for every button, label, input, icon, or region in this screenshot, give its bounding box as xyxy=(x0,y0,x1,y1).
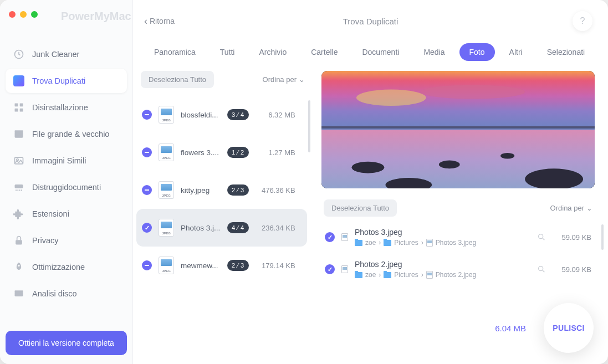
group-row[interactable]: flowers 3.... 1 ⁄ 2 1.27 MB xyxy=(136,134,307,171)
get-full-version-button[interactable]: Ottieni la versione completa xyxy=(6,331,127,355)
duplicate-row[interactable]: ✓ Photos 2.jpeg zoe › Pictures › xyxy=(321,255,595,288)
sidebar-item-disk[interactable]: Analisi disco xyxy=(6,281,127,306)
tab-archive[interactable]: Archivio xyxy=(249,43,297,61)
scrollbar-thumb[interactable] xyxy=(308,100,310,152)
group-row[interactable]: Photos 3.j... 4 ⁄ 4 236.34 KB xyxy=(136,209,307,247)
breadcrumb: zoe › Pictures › Photos 2.jpeg xyxy=(355,271,530,279)
count-badge: 1 ⁄ 2 xyxy=(227,147,249,158)
group-row[interactable]: mewmew... 2 ⁄ 3 179.14 KB xyxy=(136,247,307,284)
deselect-all-button[interactable]: Deseleziona Tutto xyxy=(141,71,214,88)
sidebar-item-label: Estensioni xyxy=(32,209,69,218)
sidebar-item-shredder[interactable]: Distruggidocumenti xyxy=(6,175,127,199)
svg-rect-9 xyxy=(15,184,23,188)
tab-other[interactable]: Altri xyxy=(499,43,533,61)
sort-label: Ordina per xyxy=(550,204,584,212)
sidebar-item-label: Trova Duplicati xyxy=(32,76,85,85)
sidebar-item-label: Analisi disco xyxy=(32,289,77,298)
svg-rect-5 xyxy=(15,132,23,138)
svg-point-25 xyxy=(539,266,543,271)
tab-all[interactable]: Tutti xyxy=(210,43,245,61)
group-row[interactable]: blossfeldi... 3 ⁄ 4 6.32 MB xyxy=(136,96,307,134)
sidebar-item-duplicates[interactable]: Trova Duplicati xyxy=(6,69,127,93)
duplicate-icon xyxy=(13,75,24,86)
select-toggle[interactable]: ✓ xyxy=(325,264,335,274)
select-toggle[interactable]: ✓ xyxy=(325,232,335,242)
sidebar-item-label: Disinstallazione xyxy=(32,103,88,112)
tab-documents[interactable]: Documenti xyxy=(352,43,409,61)
help-button[interactable]: ? xyxy=(573,11,592,31)
svg-point-19 xyxy=(352,162,385,173)
sidebar-item-uninstall[interactable]: Disinstallazione xyxy=(6,95,127,120)
footer: 6.04 MB PULISCI xyxy=(495,303,594,353)
sidebar-item-junk-cleaner[interactable]: Junk Cleaner xyxy=(6,42,127,66)
tab-media[interactable]: Media xyxy=(413,43,454,61)
folder-icon xyxy=(384,240,391,246)
svg-rect-13 xyxy=(15,290,23,292)
separator: › xyxy=(421,239,423,247)
crumb: Photos 3.jpeg xyxy=(436,239,476,247)
sidebar-item-privacy[interactable]: Privacy xyxy=(6,228,127,253)
svg-point-8 xyxy=(17,159,18,161)
close-icon[interactable] xyxy=(9,11,16,18)
svg-rect-12 xyxy=(15,292,23,296)
app-window: PowerMyMac Junk Cleaner Trova Duplicati … xyxy=(0,0,608,364)
minimize-icon[interactable] xyxy=(20,11,27,18)
sidebar-item-similar-images[interactable]: Immagini Simili xyxy=(6,148,127,173)
tab-selected[interactable]: Selezionati xyxy=(537,43,595,61)
deselect-all-detail-button[interactable]: Deseleziona Tutto xyxy=(324,199,397,217)
duplicate-row[interactable]: ✓ Photos 3.jpeg zoe › Pictures › xyxy=(321,223,595,255)
file-name: blossfeldi... xyxy=(181,111,221,119)
select-toggle[interactable] xyxy=(142,223,152,233)
count-badge: 2 ⁄ 3 xyxy=(227,260,249,271)
svg-point-17 xyxy=(420,85,525,99)
sort-button[interactable]: Ordina per ⌄ xyxy=(263,75,305,84)
select-toggle[interactable] xyxy=(142,110,152,120)
magnify-icon[interactable] xyxy=(537,233,546,242)
category-tabs: Panoramica Tutti Archivio Cartelle Docum… xyxy=(133,35,608,71)
sort-detail-button[interactable]: Ordina per ⌄ xyxy=(550,204,592,212)
sidebar-item-label: Privacy xyxy=(32,236,59,245)
separator: › xyxy=(421,271,423,279)
maximize-icon[interactable] xyxy=(31,11,38,18)
file-info: Photos 3.jpeg zoe › Pictures › Photos 3.… xyxy=(355,228,530,247)
grid-icon xyxy=(13,102,24,113)
sidebar-item-optimize[interactable]: Ottimizzazione xyxy=(6,255,127,279)
crumb: Photos 2.jpeg xyxy=(436,271,476,279)
magnify-icon[interactable] xyxy=(537,265,546,274)
file-size: 59.09 KB xyxy=(553,265,591,274)
select-toggle[interactable] xyxy=(142,260,152,270)
breadcrumb: zoe › Pictures › Photos 3.jpeg xyxy=(355,239,530,247)
sidebar-item-extensions[interactable]: Estensioni xyxy=(6,202,127,226)
file-icon xyxy=(426,239,433,247)
file-size: 476.36 KB xyxy=(256,186,295,194)
scrollbar-thumb[interactable] xyxy=(601,224,604,250)
chevron-down-icon: ⌄ xyxy=(299,75,305,84)
group-header: Deseleziona Tutto Ordina per ⌄ xyxy=(136,71,310,96)
rocket-icon xyxy=(13,262,24,273)
separator: › xyxy=(379,239,381,247)
file-name: kitty.jpeg xyxy=(181,186,221,194)
topbar: ‹ Ritorna Trova Duplicati ? xyxy=(133,0,608,35)
group-list[interactable]: blossfeldi... 3 ⁄ 4 6.32 MB flowers 3...… xyxy=(136,96,310,364)
sidebar-item-label: Immagini Simili xyxy=(32,156,86,165)
clean-button[interactable]: PULISCI xyxy=(544,303,594,353)
svg-point-11 xyxy=(18,265,19,266)
select-toggle[interactable] xyxy=(142,185,152,195)
back-button[interactable]: ‹ Ritorna xyxy=(144,16,175,26)
sort-label: Ordina per xyxy=(263,75,297,84)
sidebar-item-large-old[interactable]: File grande & vecchio xyxy=(6,122,127,146)
sunset-preview-image xyxy=(321,71,595,188)
jpeg-file-icon xyxy=(159,257,174,274)
group-row[interactable]: kitty.jpeg 2 ⁄ 3 476.36 KB xyxy=(136,171,307,209)
sidebar-item-label: Junk Cleaner xyxy=(32,50,79,59)
tab-folders[interactable]: Cartelle xyxy=(301,43,348,61)
tab-photo[interactable]: Foto xyxy=(459,43,495,61)
tab-overview[interactable]: Panoramica xyxy=(144,43,206,61)
crumb: zoe xyxy=(365,239,376,247)
svg-rect-6 xyxy=(15,130,23,132)
folder-icon xyxy=(355,272,362,278)
sidebar: PowerMyMac Junk Cleaner Trova Duplicati … xyxy=(0,0,133,364)
detail-header: Deseleziona Tutto Ordina per ⌄ xyxy=(321,196,595,223)
select-toggle[interactable] xyxy=(142,147,152,157)
file-name: Photos 2.jpeg xyxy=(355,260,530,269)
